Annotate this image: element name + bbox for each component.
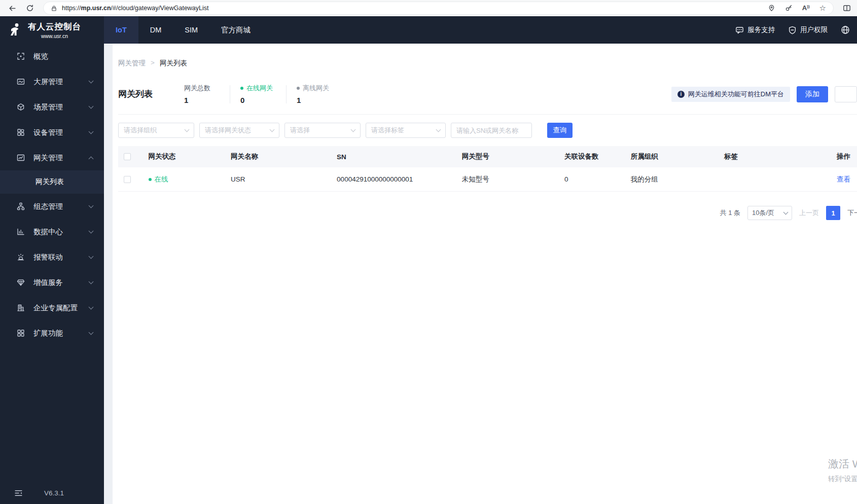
- filter-bar: 请选择组织 请选择网关状态 请选择 请选择标签 查询: [118, 123, 857, 138]
- refresh-icon[interactable]: [26, 4, 34, 12]
- location-icon[interactable]: [768, 4, 775, 12]
- page-size-select[interactable]: 10条/页: [747, 206, 792, 220]
- breadcrumb: 网关管理 > 网关列表: [118, 44, 857, 68]
- row-checkbox[interactable]: [124, 176, 131, 183]
- gateway-model-cell: 未知型号: [462, 175, 564, 184]
- gateway-icon: [17, 154, 25, 162]
- chevron-down-icon: [89, 304, 94, 309]
- password-key-icon[interactable]: [785, 4, 793, 12]
- chevron-down-icon: [436, 127, 441, 132]
- pagination: 共 1 条 10条/页 上一页 1 下一页: [118, 206, 857, 220]
- sidebar-item-gateway[interactable]: 网关管理: [0, 145, 104, 170]
- device-count-cell: 0: [564, 175, 631, 183]
- stat-total: 网关总数 1: [184, 84, 228, 104]
- lock-icon[interactable]: [51, 5, 57, 12]
- sidebar-item-gateway-list[interactable]: 网关列表: [0, 170, 104, 194]
- view-link[interactable]: 查看: [837, 175, 857, 184]
- gateway-sn-cell: 00004291000000000001: [337, 175, 462, 183]
- online-dot-icon: [149, 178, 152, 181]
- chevron-down-icon: [351, 127, 356, 132]
- clipped-secondary-button[interactable]: [835, 86, 857, 102]
- chevron-down-icon: [89, 203, 94, 208]
- sidebar-item-alarm[interactable]: 报警联动: [0, 244, 104, 270]
- gateway-name-cell: USR: [231, 175, 337, 183]
- table-header-row: 网关状态 网关名称 SN 网关型号 关联设备数 所属组织 标签 操作: [118, 146, 857, 167]
- device-icon: [17, 128, 25, 136]
- stat-online: 在线网关 0: [240, 84, 284, 104]
- current-page-button[interactable]: 1: [826, 206, 840, 220]
- stat-offline: 离线网关 1: [297, 84, 340, 104]
- total-count: 共 1 条: [720, 208, 740, 218]
- main-content: 网关管理 > 网关列表 网关列表 网关总数 1 在线网关 0 离线网关 1 i …: [113, 44, 857, 504]
- bigscreen-icon: [17, 78, 25, 86]
- query-button[interactable]: 查询: [547, 123, 573, 138]
- breadcrumb-parent[interactable]: 网关管理: [118, 59, 146, 68]
- app-header: 有人云控制台 www.usr.cn IoT DM SIM 官方商城 服务支持 用…: [0, 16, 857, 44]
- tab-dm[interactable]: DM: [138, 16, 173, 44]
- add-gateway-button[interactable]: 添加: [797, 86, 828, 102]
- vas-icon: [17, 278, 25, 286]
- alarm-icon: [17, 253, 25, 261]
- select-all-checkbox[interactable]: [124, 153, 131, 160]
- sidebar-item-enterprise[interactable]: 企业专属配置: [0, 295, 104, 320]
- tab-iot[interactable]: IoT: [104, 16, 138, 44]
- tab-sim[interactable]: SIM: [173, 16, 209, 44]
- app-title: 有人云控制台: [28, 21, 81, 32]
- sidebar-item-datacenter[interactable]: 数据中心: [0, 219, 104, 244]
- windows-activation-watermark: 激活 W 转到“设置: [828, 457, 857, 484]
- chevron-down-icon: [89, 330, 94, 335]
- sidebar-item-scada[interactable]: 组态管理: [0, 194, 104, 219]
- enterprise-icon: [17, 304, 25, 312]
- gateway-status-select[interactable]: 请选择网关状态: [199, 123, 279, 138]
- extension-icon: [17, 329, 25, 337]
- version-label: V6.3.1: [44, 489, 64, 497]
- gateway-table: 网关状态 网关名称 SN 网关型号 关联设备数 所属组织 标签 操作 在线 US…: [118, 146, 857, 192]
- offline-dot-icon: [297, 87, 300, 90]
- org-cell: 我的分组: [631, 175, 724, 184]
- sidebar-item-device[interactable]: 设备管理: [0, 120, 104, 145]
- page-title: 网关列表: [118, 88, 153, 100]
- sn-search-input[interactable]: [451, 123, 532, 138]
- datacenter-icon: [17, 228, 25, 236]
- chevron-down-icon: [270, 127, 275, 132]
- sidebar-item-extension[interactable]: 扩展功能: [0, 320, 104, 346]
- scene-icon: [17, 103, 25, 111]
- prev-page-button[interactable]: 上一页: [799, 208, 819, 218]
- table-row: 在线 USR 00004291000000000001 未知型号 0 我的分组 …: [118, 167, 857, 192]
- top-nav-tabs: IoT DM SIM 官方商城: [104, 16, 262, 44]
- online-dot-icon: [240, 87, 243, 90]
- support-menu[interactable]: 服务支持: [735, 25, 775, 34]
- chevron-down-icon: [185, 127, 190, 132]
- org-select[interactable]: 请选择组织: [118, 123, 194, 138]
- tag-select[interactable]: 请选择标签: [366, 123, 446, 138]
- chevron-up-icon: [89, 156, 94, 161]
- section-divider: [118, 114, 857, 115]
- tab-mall[interactable]: 官方商城: [209, 16, 262, 44]
- info-icon: i: [677, 91, 685, 98]
- sidebar-item-value-added[interactable]: 增值服务: [0, 270, 104, 295]
- scada-icon: [17, 202, 25, 210]
- next-page-button[interactable]: 下一页: [847, 208, 857, 218]
- dm-platform-notice: i 网关运维相关功能可前往DM平台: [671, 87, 790, 102]
- gateway-stats: 网关总数 1 在线网关 0 离线网关 1: [184, 84, 340, 104]
- language-globe-icon[interactable]: [841, 25, 850, 34]
- sidebar-item-overview[interactable]: 概览: [0, 44, 104, 69]
- split-screen-icon[interactable]: [843, 4, 851, 12]
- app-subtitle: www.usr.cn: [28, 33, 81, 39]
- sidebar-item-scene[interactable]: 场景管理: [0, 94, 104, 120]
- sidebar-item-bigscreen[interactable]: 大屏管理: [0, 69, 104, 94]
- chevron-down-icon: [89, 254, 94, 259]
- back-icon[interactable]: [8, 4, 17, 13]
- chevron-down-icon: [89, 279, 94, 284]
- favorite-star-icon[interactable]: ☆: [819, 4, 826, 12]
- collapse-menu-icon[interactable]: [14, 489, 23, 497]
- permission-menu[interactable]: 用户权限: [788, 25, 828, 34]
- usr-person-logo-icon: [7, 22, 23, 38]
- address-bar[interactable]: https://mp.usr.cn/#/cloud/gateway/ViewGa…: [43, 2, 834, 15]
- chevron-down-icon: [783, 209, 789, 214]
- generic-select[interactable]: 请选择: [284, 123, 361, 138]
- browser-toolbar: https://mp.usr.cn/#/cloud/gateway/ViewGa…: [0, 0, 857, 16]
- read-aloud-icon[interactable]: A)): [802, 4, 810, 12]
- logo[interactable]: 有人云控制台 www.usr.cn: [0, 16, 104, 44]
- url-text: https://mp.usr.cn/#/cloud/gateway/ViewGa…: [62, 5, 763, 12]
